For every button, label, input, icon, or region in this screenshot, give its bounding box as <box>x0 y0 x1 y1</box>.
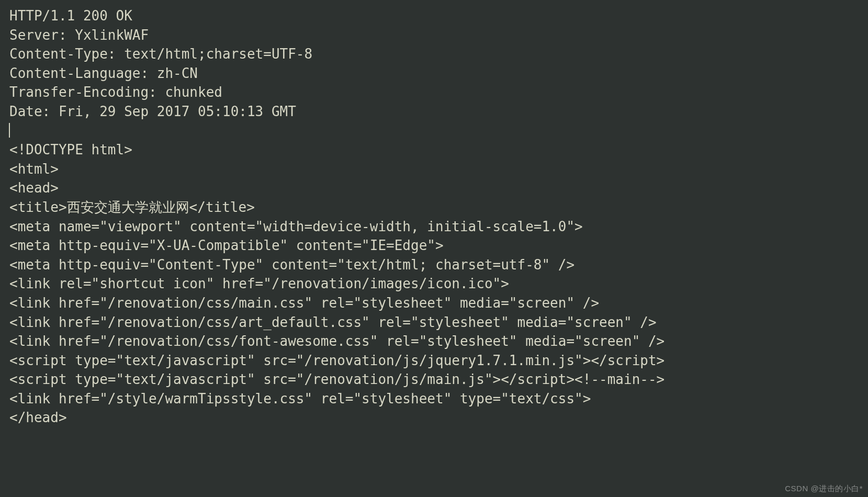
code-line: <!DOCTYPE html> <box>9 142 132 157</box>
code-line: Content-Type: text/html;charset=UTF-8 <box>9 46 312 62</box>
code-line: Server: YxlinkWAF <box>9 27 149 43</box>
text-cursor <box>9 123 10 138</box>
code-line: <html> <box>9 161 59 177</box>
code-line: <script type="text/javascript" src="/ren… <box>9 353 664 368</box>
code-line: <script type="text/javascript" src="/ren… <box>9 371 664 387</box>
code-line: HTTP/1.1 200 OK <box>9 8 132 24</box>
code-line: <link href="/renovation/css/main.css" re… <box>9 295 599 311</box>
terminal-output[interactable]: HTTP/1.1 200 OK Server: YxlinkWAF Conten… <box>0 0 868 434</box>
code-line: Date: Fri, 29 Sep 2017 05:10:13 GMT <box>9 104 296 119</box>
code-line: <title>西安交通大学就业网</title> <box>9 199 255 215</box>
code-line: <link rel="shortcut icon" href="/renovat… <box>9 276 509 291</box>
code-line: <link href="/renovation/css/art_default.… <box>9 314 657 330</box>
code-line: <link href="/renovation/css/font-awesome… <box>9 333 664 349</box>
code-line: <link href="/style/warmTipsstyle.css" re… <box>9 391 591 406</box>
code-line: Content-Language: zh-CN <box>9 65 198 81</box>
code-line: Transfer-Encoding: chunked <box>9 84 222 100</box>
code-line: <meta http-equiv="X-UA-Compatible" conte… <box>9 238 444 253</box>
watermark: CSDN @进击的小白* <box>785 484 863 494</box>
code-line: <head> <box>9 180 59 196</box>
code-line: <meta name="viewport" content="width=dev… <box>9 219 583 234</box>
code-line: </head> <box>9 410 67 425</box>
code-line: <meta http-equiv="Content-Type" content=… <box>9 257 574 273</box>
